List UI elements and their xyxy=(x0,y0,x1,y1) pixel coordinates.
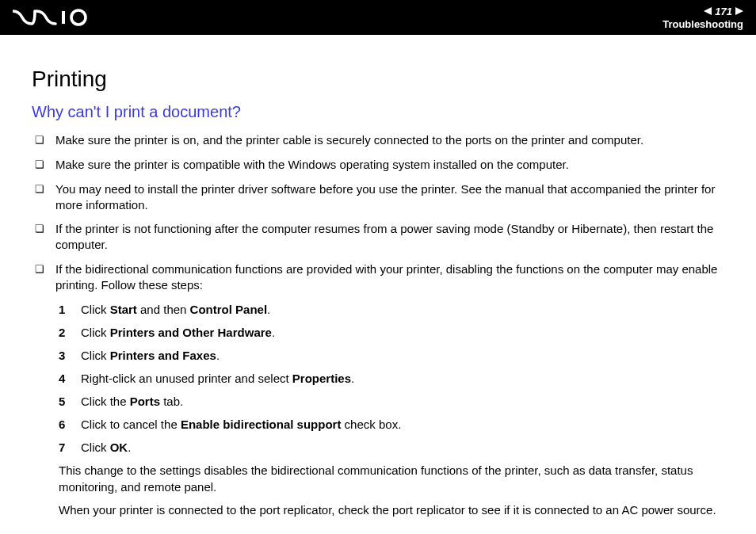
subheading: Why can't I print a document? xyxy=(32,103,727,121)
step-number: 6 xyxy=(59,416,67,433)
step-item: 4 Right-click an unused printer and sele… xyxy=(59,370,727,387)
section-title: Printing xyxy=(32,67,727,92)
arrow-left-icon[interactable] xyxy=(704,7,712,15)
step-item: 6 Click to cancel the Enable bidirection… xyxy=(59,416,727,433)
step-item: 3 Click Printers and Faxes. xyxy=(59,347,727,364)
step-number: 2 xyxy=(59,324,67,341)
content-area: Printing Why can't I print a document? ❏… xyxy=(0,35,756,534)
bullet-text: Make sure the printer is compatible with… xyxy=(55,157,727,174)
step-text: Click Printers and Other Hardware. xyxy=(81,324,727,341)
bullet-text: If the printer is not functioning after … xyxy=(55,221,727,254)
page-header: 171 Troubleshooting xyxy=(0,0,756,35)
step-text: Right-click an unused printer and select… xyxy=(81,370,727,387)
page-indicator: 171 xyxy=(662,6,743,17)
bullet-item: ❏ Make sure the printer is compatible wi… xyxy=(35,157,727,174)
step-number: 5 xyxy=(59,393,67,410)
bullet-marker-icon: ❏ xyxy=(35,261,44,525)
bullet-item: ❏ If the bidirectional communication fun… xyxy=(35,261,727,525)
bullet-marker-icon: ❏ xyxy=(35,157,44,174)
page-number: 171 xyxy=(715,6,732,17)
step-item: 7 Click OK. xyxy=(59,439,727,456)
svg-point-1 xyxy=(71,10,86,25)
note-text: When your printer is connected to the po… xyxy=(55,502,727,518)
bullet-text: Make sure the printer is on, and the pri… xyxy=(55,132,727,149)
header-right: 171 Troubleshooting xyxy=(662,6,743,30)
step-text: Click Start and then Control Panel. xyxy=(81,301,727,318)
bullet-text: If the bidirectional communication funct… xyxy=(55,262,717,292)
bullet-marker-icon: ❏ xyxy=(35,221,44,254)
bullet-text: You may need to install the printer driv… xyxy=(55,181,727,214)
bullet-item: ❏ Make sure the printer is on, and the p… xyxy=(35,132,727,149)
breadcrumb: Troubleshooting xyxy=(662,18,743,30)
bullet-text-with-steps: If the bidirectional communication funct… xyxy=(55,261,727,525)
step-text: Click Printers and Faxes. xyxy=(81,347,727,364)
step-item: 2 Click Printers and Other Hardware. xyxy=(59,324,727,341)
step-number: 3 xyxy=(59,347,67,364)
bullet-marker-icon: ❏ xyxy=(35,181,44,214)
step-number: 1 xyxy=(59,301,67,318)
arrow-right-icon[interactable] xyxy=(735,7,743,15)
step-number: 7 xyxy=(59,439,67,456)
vaio-logo xyxy=(13,9,89,26)
bullet-list: ❏ Make sure the printer is on, and the p… xyxy=(32,132,727,524)
bullet-marker-icon: ❏ xyxy=(35,132,44,149)
step-number: 4 xyxy=(59,370,67,387)
step-text: Click the Ports tab. xyxy=(81,393,727,410)
note-text: This change to the settings disables the… xyxy=(55,462,727,495)
step-text: Click to cancel the Enable bidirectional… xyxy=(81,416,727,433)
svg-rect-0 xyxy=(62,11,65,24)
steps-list: 1 Click Start and then Control Panel. 2 … xyxy=(55,301,727,456)
step-item: 5 Click the Ports tab. xyxy=(59,393,727,410)
bullet-item: ❏ You may need to install the printer dr… xyxy=(35,181,727,214)
bullet-item: ❏ If the printer is not functioning afte… xyxy=(35,221,727,254)
step-item: 1 Click Start and then Control Panel. xyxy=(59,301,727,318)
step-text: Click OK. xyxy=(81,439,727,456)
